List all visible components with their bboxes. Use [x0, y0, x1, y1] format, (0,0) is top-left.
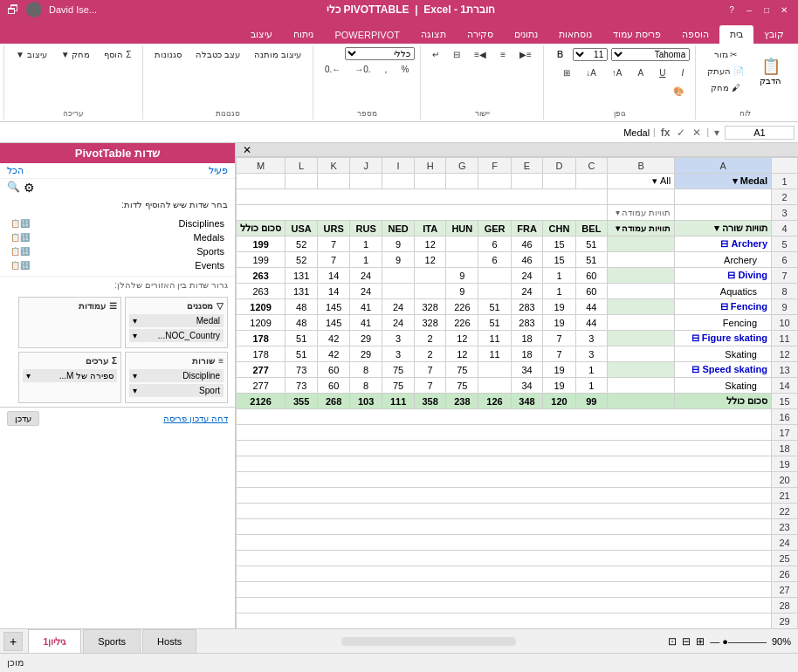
- cell-A2[interactable]: [675, 189, 772, 205]
- confirm-formula-icon[interactable]: ✓: [675, 125, 687, 141]
- cell-F11[interactable]: 11: [478, 331, 511, 346]
- cell-M6[interactable]: 199: [237, 252, 285, 268]
- increase-font-btn[interactable]: A↑: [606, 65, 629, 80]
- cell-E14[interactable]: 34: [511, 378, 543, 394]
- minimize-btn[interactable]: –: [742, 3, 756, 17]
- cell-A1[interactable]: Medal ▾: [675, 174, 772, 189]
- cell-I12[interactable]: 3: [382, 346, 415, 362]
- cell-C9[interactable]: 44: [575, 299, 608, 315]
- cell-F14[interactable]: [478, 378, 511, 394]
- cell-L11[interactable]: 51: [285, 331, 318, 346]
- cell-E11[interactable]: 18: [511, 331, 543, 346]
- percent-btn[interactable]: %: [395, 62, 415, 77]
- cell-H11[interactable]: 2: [415, 331, 446, 346]
- cell-K12[interactable]: 42: [318, 346, 350, 362]
- cell-D4[interactable]: CHN: [543, 221, 575, 237]
- cell-K8[interactable]: 14: [318, 284, 350, 299]
- cell-I9[interactable]: 24: [382, 299, 415, 315]
- filter-medal[interactable]: Medal▾: [129, 314, 224, 327]
- cell-A5[interactable]: Archery ⊟: [675, 237, 772, 252]
- tab-page-layout[interactable]: פריסת עמוד: [602, 25, 671, 44]
- cell-A14[interactable]: Skating: [675, 378, 772, 394]
- tab-analyze[interactable]: ניתוח: [283, 25, 324, 44]
- maximize-btn[interactable]: □: [760, 3, 774, 17]
- cell-J8[interactable]: 24: [350, 284, 382, 299]
- cell-A8[interactable]: Aquatics: [675, 284, 772, 299]
- cell-F6[interactable]: 6: [478, 252, 511, 268]
- cell-E9[interactable]: 283: [511, 299, 543, 315]
- close-btn[interactable]: ✕: [777, 3, 791, 17]
- cell-D9[interactable]: 19: [543, 299, 575, 315]
- cell-L10[interactable]: 48: [285, 315, 318, 331]
- cell-M15[interactable]: 2126: [237, 394, 285, 409]
- font-size-select[interactable]: 11: [573, 48, 608, 61]
- comma-btn[interactable]: ,: [379, 62, 394, 77]
- cell-M4[interactable]: סכום כולל: [237, 221, 285, 237]
- align-right-btn[interactable]: ≡▶: [513, 47, 538, 62]
- cell-M8[interactable]: 263: [237, 284, 285, 299]
- cell-B8[interactable]: [608, 284, 675, 299]
- settings-icon[interactable]: ⚙: [24, 181, 35, 195]
- filter-noc[interactable]: NOC_Country...▾: [129, 329, 224, 342]
- cell-B13[interactable]: [608, 362, 675, 378]
- cell-M5[interactable]: 199: [237, 237, 285, 252]
- cell-C4[interactable]: BEL: [575, 221, 608, 237]
- underline-btn[interactable]: U: [653, 65, 671, 80]
- field-sports[interactable]: Sports 🔢📋: [7, 244, 228, 258]
- cell-L15[interactable]: 355: [285, 394, 318, 409]
- cell-M7[interactable]: 263: [237, 268, 285, 284]
- cell-H14[interactable]: 7: [415, 378, 446, 394]
- italic-btn[interactable]: I: [675, 65, 690, 80]
- cell-B10[interactable]: [608, 315, 675, 331]
- cell-I15[interactable]: 111: [382, 394, 415, 409]
- cell-A10[interactable]: Fencing: [675, 315, 772, 331]
- cell-B5[interactable]: [608, 237, 675, 252]
- cell-C15[interactable]: 99: [575, 394, 608, 409]
- cell-J5[interactable]: 1: [350, 237, 382, 252]
- cell-E6[interactable]: 46: [511, 252, 543, 268]
- font-color-btn[interactable]: A: [632, 65, 650, 80]
- cell-C12[interactable]: 3: [575, 346, 608, 362]
- cell-C13[interactable]: 1: [575, 362, 608, 378]
- cell-M9[interactable]: 1209: [237, 299, 285, 315]
- cell-M1[interactable]: [237, 174, 285, 189]
- fill-color-btn[interactable]: 🎨: [667, 84, 690, 99]
- field-medals[interactable]: Medals 🔢📋: [7, 230, 228, 244]
- cell-F8[interactable]: [478, 284, 511, 299]
- increase-decimal-btn[interactable]: .0→: [348, 62, 376, 77]
- cell-A7[interactable]: Diving ⊟: [675, 268, 772, 284]
- cell-A11[interactable]: Figure skating ⊟: [675, 331, 772, 346]
- cell-G12[interactable]: 12: [446, 346, 478, 362]
- cell-B7[interactable]: [608, 268, 675, 284]
- cell-J6[interactable]: 1: [350, 252, 382, 268]
- cell-C11[interactable]: 3: [575, 331, 608, 346]
- merge-btn[interactable]: ⊟: [447, 47, 466, 62]
- cell-F15[interactable]: 126: [478, 394, 511, 409]
- format-painter-btn[interactable]: 🖌 מחק: [701, 80, 750, 95]
- tab-home[interactable]: בית: [719, 25, 753, 44]
- cell-reference-input[interactable]: [725, 126, 795, 140]
- cell-K14[interactable]: 60: [318, 378, 350, 394]
- cell-A12[interactable]: Skating: [675, 346, 772, 362]
- cell-E5[interactable]: 46: [511, 237, 543, 252]
- cell-G13[interactable]: 75: [446, 362, 478, 378]
- row-sport[interactable]: Sport▾: [129, 384, 224, 397]
- sum-btn[interactable]: Σ הוסף: [98, 47, 137, 62]
- cell-C14[interactable]: 1: [575, 378, 608, 394]
- cell-C10[interactable]: 44: [575, 315, 608, 331]
- cell-C7[interactable]: 60: [575, 268, 608, 284]
- add-sheet-btn[interactable]: +: [3, 632, 23, 651]
- cell-B1[interactable]: All ▾: [608, 174, 675, 189]
- paste-btn[interactable]: 📋 הדבק: [752, 52, 789, 90]
- cell-G4[interactable]: HUN: [446, 221, 478, 237]
- view-pages-icon[interactable]: ⊞: [696, 635, 705, 648]
- row-discipline[interactable]: Discipline▾: [129, 369, 224, 382]
- cell-K7[interactable]: 14: [318, 268, 350, 284]
- cell-L7[interactable]: 131: [285, 268, 318, 284]
- cell-G14[interactable]: 75: [446, 378, 478, 394]
- cut-btn[interactable]: ✂ גזור: [701, 47, 750, 62]
- cell-I6[interactable]: 9: [382, 252, 415, 268]
- cell-J10[interactable]: 41: [350, 315, 382, 331]
- cell-C1[interactable]: [575, 174, 608, 189]
- wrap-text-btn[interactable]: ↵: [426, 47, 445, 62]
